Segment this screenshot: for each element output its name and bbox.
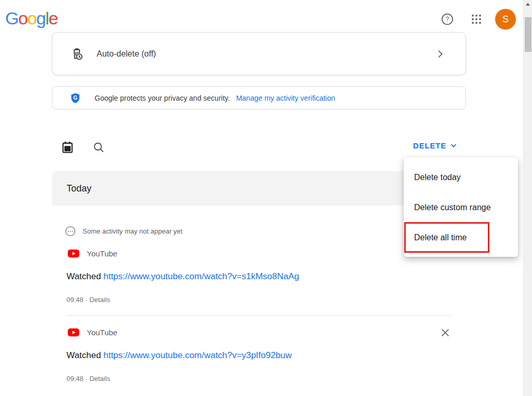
logo-letter: g: [36, 8, 45, 28]
auto-delete-label: Auto-delete (off): [97, 49, 156, 59]
avatar[interactable]: S: [495, 9, 516, 30]
details-link[interactable]: Details: [89, 296, 110, 304]
activity-action: Watched: [66, 271, 101, 281]
meta-separator: ·: [85, 296, 87, 304]
auto-delete-card[interactable]: Auto-delete (off): [52, 32, 466, 75]
activity-source-label: YouTube: [87, 328, 117, 337]
delete-dropdown-button[interactable]: DELETE: [413, 141, 458, 150]
activity-meta: 09:48 · Details: [66, 375, 110, 383]
activity-notice: Some activity may not appear yet: [64, 225, 182, 237]
svg-text:G: G: [73, 95, 77, 101]
menu-item-delete-all-time[interactable]: Delete all time: [404, 223, 518, 253]
ellipsis-circle-icon: [64, 225, 76, 237]
activity-meta: 09:48 · Details: [66, 296, 110, 304]
activity-source-label: YouTube: [87, 249, 117, 258]
chevron-right-icon: [434, 48, 446, 60]
logo-letter: e: [48, 8, 57, 28]
meta-separator: ·: [85, 375, 87, 383]
delete-dropdown-menu: Delete today Delete custom range Delete …: [404, 157, 518, 257]
logo-letter: o: [27, 8, 36, 28]
youtube-icon: [68, 248, 79, 260]
menu-item-delete-today[interactable]: Delete today: [404, 162, 518, 193]
activity-time: 09:48: [66, 296, 84, 304]
my-activity-page: Google ? S: [0, 0, 532, 396]
notice-text: Some activity may not appear yet: [83, 227, 182, 235]
svg-text:?: ?: [446, 16, 449, 23]
item-divider: [66, 315, 451, 316]
activity-title: Watched https://www.youtube.com/watch?v=…: [66, 271, 299, 282]
close-icon[interactable]: [438, 326, 452, 339]
activity-link[interactable]: https://www.youtube.com/watch?v=s1kMso8N…: [103, 271, 299, 281]
avatar-letter: S: [502, 14, 509, 25]
apps-grid-icon[interactable]: [466, 9, 487, 30]
delete-button-label: DELETE: [413, 141, 446, 150]
activity-action: Watched: [66, 350, 101, 360]
help-icon[interactable]: ?: [437, 9, 458, 30]
details-link[interactable]: Details: [89, 375, 110, 383]
activity-source-row: YouTube: [68, 248, 117, 260]
header-actions: ? S: [437, 9, 516, 30]
manage-verification-link[interactable]: Manage my activity verification: [236, 94, 335, 102]
scrollbar-track[interactable]: [523, 0, 532, 396]
calendar-icon[interactable]: [59, 139, 76, 156]
activity-time: 09:48: [66, 375, 84, 383]
date-group-title: Today: [66, 183, 91, 194]
google-logo[interactable]: Google: [5, 8, 58, 29]
logo-letter: G: [5, 8, 18, 28]
privacy-card: G Google protects your privacy and secur…: [52, 86, 466, 110]
activity-title: Watched https://www.youtube.com/watch?v=…: [66, 350, 292, 361]
logo-letter: o: [18, 8, 27, 28]
activity-source-row: YouTube: [68, 326, 117, 338]
scroll-up-arrow-icon[interactable]: [526, 3, 530, 6]
auto-delete-icon: [70, 47, 84, 61]
search-icon[interactable]: [90, 139, 107, 156]
shield-icon: G: [70, 92, 81, 104]
activity-toolbar: DELETE: [52, 134, 466, 159]
privacy-text: Google protects your privacy and securit…: [95, 94, 230, 102]
scrollbar-thumb[interactable]: [525, 17, 531, 52]
menu-item-delete-custom-range[interactable]: Delete custom range: [404, 193, 518, 223]
activity-link[interactable]: https://www.youtube.com/watch?v=y3pIfo92…: [103, 350, 291, 360]
youtube-icon: [68, 326, 79, 338]
chevron-down-icon: [449, 141, 458, 150]
